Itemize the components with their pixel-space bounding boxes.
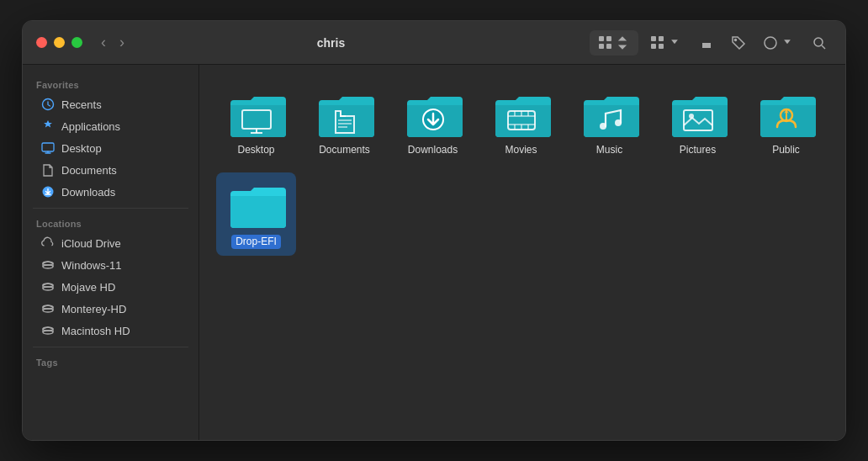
folder-label: Drop-EFI (231, 235, 281, 250)
sidebar-item-label: Desktop (61, 142, 102, 155)
download-icon (41, 185, 55, 199)
window-body: Favorites Recents Applications (23, 65, 845, 440)
finder-window: ‹ › chris (22, 20, 846, 441)
drive4-icon (41, 324, 55, 337)
close-button[interactable] (36, 37, 47, 48)
desktop-icon (41, 141, 55, 155)
minimize-button[interactable] (54, 37, 65, 48)
cloud-icon (41, 236, 55, 250)
action-button[interactable] (758, 32, 800, 54)
share-button[interactable] (694, 32, 719, 54)
chevron-down2-icon (780, 35, 795, 50)
folder-public[interactable]: Public (746, 82, 826, 164)
folder-downloads[interactable]: Downloads (393, 82, 473, 164)
clock-icon (41, 98, 55, 111)
locations-label: Locations (23, 214, 198, 232)
apps-icon (41, 119, 55, 133)
folder-label: Desktop (237, 144, 274, 157)
drop-efi-folder-icon (227, 179, 286, 230)
sidebar-item-macintosh[interactable]: Macintosh HD (28, 320, 193, 342)
sidebar-item-label: Recents (61, 98, 102, 111)
folder-movies[interactable]: Movies (481, 82, 561, 164)
sidebar: Favorites Recents Applications (23, 65, 199, 440)
folder-pictures[interactable]: Pictures (658, 82, 738, 164)
drive3-icon (41, 302, 55, 315)
drive-icon (41, 258, 55, 272)
main-content: Desktop Documents (199, 65, 845, 440)
share-icon (699, 35, 714, 50)
sidebar-item-windows11[interactable]: Windows-11 (28, 254, 193, 276)
svg-rect-4 (651, 36, 656, 41)
documents-folder-icon (315, 88, 374, 139)
svg-rect-6 (651, 44, 656, 49)
sidebar-item-label: Macintosh HD (61, 325, 130, 337)
svg-rect-0 (599, 36, 604, 41)
tags-label: Tags (23, 352, 198, 371)
titlebar: ‹ › chris (23, 21, 845, 65)
search-button[interactable] (807, 32, 832, 54)
folder-label: Downloads (408, 144, 458, 157)
icon-view-button[interactable] (593, 32, 635, 54)
sidebar-item-applications[interactable]: Applications (28, 115, 193, 137)
sidebar-item-label: Monterey-HD (61, 303, 126, 315)
window-title: chris (72, 36, 590, 50)
svg-point-8 (735, 39, 737, 40)
chevron-down-icon (667, 35, 682, 50)
folder-label: Documents (319, 144, 370, 157)
favorites-label: Favorites (23, 75, 198, 93)
sidebar-item-documents[interactable]: Documents (28, 159, 193, 181)
folder-label: Movies (505, 144, 537, 157)
tag-button[interactable] (726, 32, 751, 54)
svg-rect-2 (599, 44, 604, 49)
tag-icon (731, 35, 746, 50)
toolbar-right (590, 30, 832, 56)
grid-icon (598, 35, 613, 50)
sidebar-item-label: iCloud Drive (61, 237, 121, 250)
music-folder-icon (580, 88, 639, 139)
sidebar-item-mojave[interactable]: Mojave HD (28, 276, 193, 298)
separator (33, 208, 188, 209)
sidebar-item-recents[interactable]: Recents (28, 93, 193, 115)
sidebar-item-desktop[interactable]: Desktop (28, 137, 193, 159)
svg-point-42 (615, 119, 622, 126)
downloads-folder-icon (404, 88, 463, 139)
svg-point-41 (600, 123, 606, 130)
movies-folder-icon (492, 88, 551, 139)
plus-circle-icon (763, 35, 778, 50)
sidebar-item-label: Documents (61, 164, 117, 177)
drive2-icon (41, 280, 55, 294)
sidebar-item-label: Applications (61, 120, 120, 133)
folder-drop-efi[interactable]: Drop-EFI (216, 172, 296, 257)
folder-grid: Desktop Documents (216, 82, 828, 256)
sidebar-item-icloud[interactable]: iCloud Drive (28, 232, 193, 254)
folder-documents[interactable]: Documents (304, 82, 384, 164)
svg-point-9 (765, 37, 776, 49)
svg-rect-5 (659, 36, 664, 41)
svg-rect-3 (606, 44, 611, 49)
svg-line-11 (822, 45, 825, 49)
search-icon (812, 35, 827, 50)
doc-icon (41, 163, 55, 177)
sidebar-item-label: Downloads (61, 186, 115, 199)
list-grid-icon (650, 35, 665, 50)
sidebar-item-downloads[interactable]: Downloads (28, 181, 193, 203)
svg-rect-7 (659, 44, 664, 49)
folder-label: Pictures (680, 144, 716, 157)
folder-music[interactable]: Music (569, 82, 649, 164)
desktop-folder-icon (227, 88, 286, 139)
folder-label: Music (596, 144, 622, 157)
public-folder-icon (757, 88, 816, 139)
pictures-folder-icon (669, 88, 728, 139)
sidebar-item-label: Windows-11 (61, 259, 122, 272)
list-view-button[interactable] (645, 32, 687, 54)
sidebar-item-monterey[interactable]: Monterey-HD (28, 298, 193, 320)
view-switcher (590, 30, 638, 56)
svg-rect-1 (606, 36, 611, 41)
folder-label: Public (772, 144, 800, 157)
svg-rect-13 (42, 143, 54, 151)
sidebar-item-label: Mojave HD (61, 281, 115, 294)
chevron-updown-icon (615, 35, 630, 50)
svg-point-10 (814, 38, 823, 46)
folder-desktop[interactable]: Desktop (216, 82, 296, 164)
separator2 (33, 347, 188, 347)
